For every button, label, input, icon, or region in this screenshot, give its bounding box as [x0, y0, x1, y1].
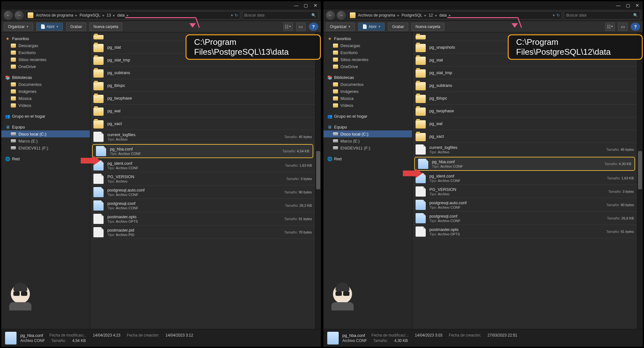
breadcrumb-item[interactable]: Archivos de programa — [358, 13, 395, 17]
folder-row[interactable]: pg_tblspc — [90, 79, 315, 92]
file-row[interactable]: PG_VERSIONTipo: ArchivoTamaño: 3 bytes — [412, 185, 637, 198]
close-button[interactable]: ✕ — [312, 3, 319, 8]
open-button[interactable]: 📄Abrir▼ — [36, 23, 63, 31]
file-row[interactable]: postmaster.pidTipo: Archivo PIDTamaño: 7… — [90, 226, 315, 239]
sidebar-item[interactable]: Escritorio — [1, 49, 90, 56]
sidebar-item[interactable]: ENIDEV911 (F:) — [323, 144, 412, 151]
sidebar-item[interactable]: Documentos — [1, 81, 90, 88]
scrollbar-thumb[interactable] — [316, 151, 320, 189]
sidebar-item[interactable]: Vídeos — [1, 102, 90, 109]
folder-row[interactable]: pg_twophase — [90, 92, 315, 105]
file-list-scroll[interactable]: pg_snapshotspg_statpg_stat_tmppg_subtran… — [412, 32, 643, 329]
scrollbar[interactable] — [637, 32, 643, 329]
folder-row[interactable]: pg_xact — [90, 117, 315, 130]
back-button[interactable]: ← — [4, 11, 13, 20]
sidebar-group-header[interactable]: ★Favoritos — [1, 35, 90, 42]
sidebar-item[interactable]: Vídeos — [323, 102, 412, 109]
min-button[interactable]: — — [293, 3, 300, 8]
folder-row[interactable]: pg_subtrans — [90, 66, 315, 79]
folder-row[interactable]: pg_xact — [412, 130, 637, 143]
sidebar-group-header[interactable]: 👥Grupo en el hogar — [323, 113, 412, 120]
file-row[interactable]: postmaster.optsTipo: Archivo OPTSTamaño:… — [412, 225, 637, 238]
file-row[interactable]: PG_VERSIONTipo: ArchivoTamaño: 3 bytes — [90, 172, 315, 185]
record-button[interactable]: Grabar — [66, 23, 86, 31]
forward-button[interactable]: → — [15, 11, 24, 20]
forward-button[interactable]: → — [337, 11, 346, 20]
sidebar-group-header[interactable]: 📚Bibliotecas — [323, 74, 412, 81]
organize-button[interactable]: Organizar▼ — [326, 23, 355, 31]
sidebar-item[interactable]: Documentos — [323, 81, 412, 88]
view-options-button[interactable]: ☷▼ — [283, 23, 293, 31]
min-button[interactable]: — — [615, 3, 622, 8]
sidebar-item[interactable]: Descargas — [1, 42, 90, 49]
preview-pane-button[interactable]: ▭ — [618, 23, 627, 31]
breadcrumb-item[interactable]: data — [439, 13, 447, 17]
folder-row[interactable]: pg_wal — [90, 105, 315, 117]
new-folder-button[interactable]: Nueva carpeta — [89, 23, 122, 31]
file-row-highlighted[interactable]: pg_hba.confTipo: Archivo CONFTamaño: 4,3… — [414, 157, 635, 171]
new-folder-button[interactable]: Nueva carpeta — [411, 23, 444, 31]
scrollbar-thumb[interactable] — [638, 151, 642, 189]
sidebar-group-header[interactable]: ★Favoritos — [323, 35, 412, 42]
folder-row[interactable]: pg_stat_tmp — [412, 66, 637, 79]
help-button[interactable]: ? — [631, 23, 640, 31]
max-button[interactable]: ▢ — [302, 3, 309, 8]
preview-pane-button[interactable]: ▭ — [296, 23, 306, 31]
file-row[interactable]: postmaster.optsTipo: Archivo OPTSTamaño:… — [90, 212, 315, 226]
chevron-down-icon[interactable]: ▾ — [231, 13, 233, 17]
file-row[interactable]: postgresql.confTipo: Archivo CONFTamaño:… — [412, 212, 637, 225]
organize-button[interactable]: Organizar▼ — [4, 23, 33, 31]
close-button[interactable]: ✕ — [634, 3, 641, 8]
file-row[interactable]: pg_ident.confTipo: Archivo CONFTamaño: 1… — [90, 159, 315, 172]
open-button[interactable]: 📄Abrir▼ — [358, 23, 385, 31]
file-row-highlighted[interactable]: pg_hba.confTipo: Archivo CONFTamaño: 4,5… — [92, 144, 313, 158]
scrollbar[interactable] — [315, 32, 321, 329]
folder-row[interactable]: pg_twophase — [412, 105, 637, 117]
record-button[interactable]: Grabar — [388, 23, 408, 31]
sidebar-item[interactable]: Música — [1, 95, 90, 102]
sidebar-item[interactable]: ENIDEV911 (F:) — [1, 144, 90, 151]
breadcrumb-item[interactable]: 12 — [429, 13, 433, 17]
folder-row[interactable]: pg_subtrans — [412, 79, 637, 92]
sidebar-item[interactable]: Música — [323, 95, 412, 102]
sidebar-item[interactable]: Sitios recientes — [1, 56, 90, 63]
file-row[interactable]: current_logfilesTipo: ArchivoTamaño: 45 … — [90, 130, 315, 143]
sidebar-item[interactable]: Imágenes — [1, 88, 90, 95]
help-button[interactable]: ? — [309, 23, 318, 31]
sidebar-item[interactable]: Sitios recientes — [323, 56, 412, 63]
sidebar-group-header[interactable]: 🖥Equipo — [1, 123, 90, 130]
sidebar-item[interactable]: Marco (E:) — [323, 137, 412, 144]
sidebar-item[interactable]: Marco (E:) — [1, 137, 90, 144]
sidebar-group-header[interactable]: 👥Grupo en el hogar — [1, 113, 90, 120]
sidebar-item[interactable]: Disco local (C:) — [323, 130, 412, 137]
view-options-button[interactable]: ☷▼ — [605, 23, 615, 31]
max-button[interactable]: ▢ — [624, 3, 631, 8]
sidebar-item[interactable]: Disco local (C:) — [1, 130, 90, 137]
sidebar-group-header[interactable]: 🌐Red — [1, 155, 90, 162]
file-row[interactable]: current_logfilesTipo: ArchivoTamaño: 45 … — [412, 143, 637, 156]
breadcrumb-item[interactable]: data — [117, 13, 125, 17]
breadcrumb-item[interactable]: PostgreSQL — [79, 13, 100, 17]
sidebar-item[interactable]: Descargas — [323, 42, 412, 49]
sidebar-item[interactable]: Imágenes — [323, 88, 412, 95]
file-row[interactable]: postgresql.auto.confTipo: Archivo CONFTa… — [412, 198, 637, 212]
file-row[interactable]: postgresql.auto.confTipo: Archivo CONFTa… — [90, 185, 315, 199]
folder-row[interactable]: pg_wal — [412, 117, 637, 130]
breadcrumb-item[interactable]: PostgreSQL — [402, 13, 422, 17]
file-row[interactable]: pg_ident.confTipo: Archivo CONFTamaño: 1… — [412, 171, 637, 185]
breadcrumb-item[interactable]: Archivos de programa — [36, 13, 73, 17]
file-list-scroll[interactable]: pg_statpg_stat_tmppg_subtranspg_tblspcpg… — [90, 32, 321, 329]
refresh-icon[interactable]: ↻ — [557, 13, 560, 17]
sidebar-item[interactable]: Escritorio — [323, 49, 412, 56]
refresh-icon[interactable]: ↻ — [235, 13, 238, 17]
sidebar-item[interactable]: OneDrive — [323, 63, 412, 70]
sidebar-group-header[interactable]: 🖥Equipo — [323, 123, 412, 130]
search-input[interactable]: Buscar data🔍 — [564, 11, 640, 19]
search-input[interactable]: Buscar data🔍 — [242, 11, 318, 19]
folder-row[interactable]: pg_tblspc — [412, 92, 637, 105]
sidebar-group-header[interactable]: 📚Bibliotecas — [1, 74, 90, 81]
back-button[interactable]: ← — [326, 11, 335, 20]
sidebar-item[interactable]: OneDrive — [1, 63, 90, 70]
breadcrumb-item[interactable]: 13 — [107, 13, 111, 17]
chevron-down-icon[interactable]: ▾ — [553, 13, 555, 17]
